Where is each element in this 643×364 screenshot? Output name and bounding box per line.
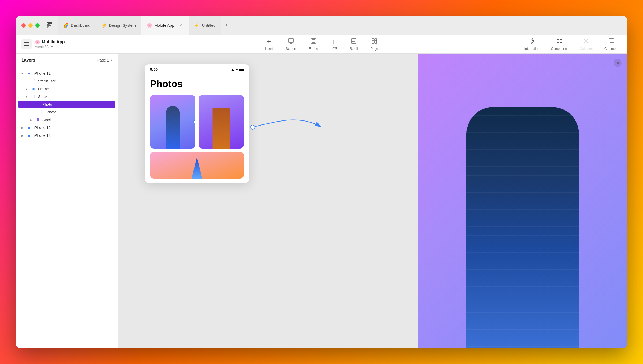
page-icon bbox=[371, 38, 377, 46]
window-controls bbox=[21, 23, 40, 28]
svg-rect-1 bbox=[311, 39, 316, 43]
layer-photo-sub[interactable]: ⠿ Photo bbox=[18, 108, 115, 116]
project-info: 🌸 Mobile App Acme / All ▾ bbox=[35, 40, 65, 49]
comment-label: Comment bbox=[604, 47, 618, 51]
panel-content bbox=[418, 54, 627, 348]
frame-icon bbox=[310, 38, 317, 46]
svg-rect-8 bbox=[375, 39, 377, 41]
insert-icon: + bbox=[267, 37, 271, 46]
add-tab-button[interactable]: + bbox=[221, 16, 232, 35]
app-window: 🌈 Dashboard ☀️ Design System 🌸 Mobile Ap… bbox=[16, 16, 627, 348]
layer-name-iphone12-3: iPhone 12 bbox=[34, 133, 112, 138]
insert-label: Insert bbox=[265, 47, 273, 51]
layer-icon-iphone12-2: ■ bbox=[27, 126, 32, 130]
photo-card-3[interactable] bbox=[150, 152, 244, 179]
page-chevron-icon: ▾ bbox=[111, 58, 112, 62]
panel-close-button[interactable]: ✕ bbox=[614, 59, 622, 67]
arrow-start-dot[interactable] bbox=[251, 125, 255, 129]
tab-dashboard-label: Dashboard bbox=[71, 23, 90, 28]
project-name-label: Mobile App bbox=[42, 40, 65, 44]
layer-icon-stack-2: ⠿ bbox=[35, 118, 40, 122]
layer-name-stack-2: Stack bbox=[42, 118, 112, 122]
untitled-tab-icon: ⚡ bbox=[194, 23, 200, 28]
screen-tool[interactable]: Screen bbox=[283, 36, 299, 52]
layer-iphone12-3[interactable]: ▶ ■ iPhone 12 bbox=[18, 132, 115, 139]
tab-untitled[interactable]: ⚡ Untitled bbox=[189, 16, 221, 35]
interaction-tool[interactable]: Interaction bbox=[521, 36, 543, 52]
variables-tool[interactable]: Variables bbox=[576, 36, 596, 52]
project-breadcrumb[interactable]: Acme / All ▾ bbox=[35, 45, 65, 49]
tabs-container: 🌈 Dashboard ☀️ Design System 🌸 Mobile Ap… bbox=[58, 16, 622, 35]
sidebar: Layers Page 1 ▾ ▾ ■ iPhone 12 ⌂ ⠿ bbox=[16, 54, 118, 348]
layer-stack-1[interactable]: ▾ ⠿ Stack bbox=[18, 93, 115, 100]
comment-icon bbox=[608, 38, 615, 46]
interaction-label: Interaction bbox=[524, 47, 539, 51]
svg-point-13 bbox=[557, 42, 559, 43]
wifi-icon: ♥ bbox=[236, 67, 238, 71]
frame-label: Frame bbox=[309, 47, 318, 51]
layer-chevron-iphone12-1: ▾ bbox=[21, 72, 25, 75]
insert-tool[interactable]: + Insert bbox=[262, 36, 276, 52]
layer-status-bar[interactable]: ⠿ Status Bar bbox=[18, 77, 115, 85]
toolbar-right: Interaction Component Variables Comment bbox=[520, 36, 622, 52]
tab-untitled-label: Untitled bbox=[202, 23, 215, 28]
toolbar-center: + Insert Screen Frame T Text bbox=[123, 36, 520, 52]
layer-chevron-frame: ▶ bbox=[26, 88, 29, 90]
layer-name-photo-sub: Photo bbox=[47, 110, 112, 114]
layer-frame[interactable]: ▶ ■ Frame bbox=[18, 85, 115, 93]
comment-tool[interactable]: Comment bbox=[601, 36, 622, 52]
page-tool[interactable]: Page bbox=[367, 36, 381, 52]
layer-icon-iphone12-3: ■ bbox=[27, 133, 32, 138]
photo-card-1[interactable] bbox=[150, 95, 195, 149]
frame-tool[interactable]: Frame bbox=[306, 36, 322, 52]
text-label: Text bbox=[331, 46, 337, 50]
svg-point-14 bbox=[560, 42, 562, 43]
component-icon bbox=[556, 38, 563, 46]
sidebar-header: Layers Page 1 ▾ bbox=[16, 54, 118, 67]
close-button[interactable] bbox=[21, 23, 26, 28]
tab-mobile-app[interactable]: 🌸 Mobile App ✕ bbox=[141, 16, 189, 35]
canvas[interactable]: 9:00 ▲ ♥ ▬ Photos bbox=[118, 54, 418, 348]
svg-point-11 bbox=[557, 39, 559, 40]
maximize-button[interactable] bbox=[35, 23, 40, 28]
screen-icon bbox=[288, 38, 294, 46]
layer-iphone12-2[interactable]: ▶ ■ iPhone 12 bbox=[18, 124, 115, 131]
layer-icon-photo-active: ⠿ bbox=[35, 102, 40, 107]
layer-stack-2[interactable]: ▶ ⠿ Stack bbox=[18, 116, 115, 124]
layer-photo-active[interactable]: ⠿ Photo bbox=[18, 101, 115, 108]
photo-card-2[interactable] bbox=[199, 95, 244, 149]
layer-iphone12-1[interactable]: ▾ ■ iPhone 12 ⌂ bbox=[18, 70, 115, 77]
interaction-icon bbox=[529, 38, 535, 46]
building-shape-3 bbox=[192, 157, 202, 179]
svg-rect-9 bbox=[372, 41, 374, 43]
menu-line-1 bbox=[24, 42, 29, 43]
minimize-button[interactable] bbox=[28, 23, 33, 28]
screen-label: Screen bbox=[286, 47, 296, 51]
menu-button[interactable] bbox=[21, 39, 32, 49]
tab-design-system-label: Design System bbox=[109, 23, 136, 28]
menu-line-3 bbox=[24, 46, 29, 46]
signal-icon: ▲ bbox=[231, 67, 235, 71]
building-shape-2 bbox=[212, 108, 230, 149]
layer-icon-status-bar: ⠿ bbox=[31, 79, 36, 83]
photos-grid bbox=[150, 95, 244, 149]
svg-rect-10 bbox=[375, 41, 377, 43]
titlebar: 🌈 Dashboard ☀️ Design System 🌸 Mobile Ap… bbox=[16, 16, 627, 35]
page-selector[interactable]: Page 1 ▾ bbox=[97, 58, 112, 62]
layer-name-iphone12-2: iPhone 12 bbox=[34, 126, 112, 130]
svg-rect-7 bbox=[372, 39, 374, 41]
layers-title: Layers bbox=[21, 58, 35, 63]
photo-placeholder-2 bbox=[199, 95, 244, 149]
tab-close-button[interactable]: ✕ bbox=[178, 23, 183, 28]
component-tool[interactable]: Component bbox=[548, 36, 571, 52]
layer-chevron-stack-2: ▶ bbox=[30, 119, 33, 122]
panel-building-image bbox=[466, 107, 579, 348]
tab-design-system[interactable]: ☀️ Design System bbox=[96, 16, 141, 35]
framer-logo bbox=[45, 21, 54, 30]
variables-icon bbox=[583, 38, 589, 46]
scroll-tool[interactable]: Scroll bbox=[346, 36, 361, 52]
text-tool[interactable]: T Text bbox=[328, 37, 340, 52]
tab-dashboard[interactable]: 🌈 Dashboard bbox=[58, 16, 96, 35]
layer-chevron-stack-1: ▾ bbox=[26, 95, 29, 98]
scroll-label: Scroll bbox=[350, 47, 358, 51]
